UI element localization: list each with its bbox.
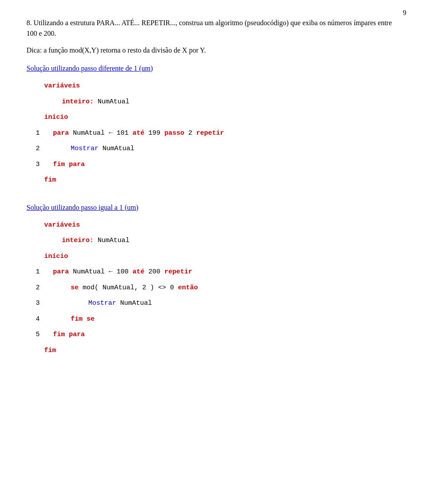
line-num-2-1: 1 [26,266,40,278]
100: 100 [117,268,132,276]
line-num-2-4: 4 [26,314,40,325]
code-section-1: variáveis inteiro: NumAtual início 1 [26,80,398,186]
arrow-2: ← [109,268,117,276]
line-num-2-3: 3 [26,298,40,309]
line-num-1-2: 2 [26,143,40,155]
page-number: 9 [403,9,406,17]
inteiro-var-1: NumAtual [98,98,129,106]
variaveis-keyword-2: variáveis [44,221,80,229]
line-num-2-5: 5 [26,329,40,341]
numbered-lines-2: 1 para NumAtual ← 100 até 200 repetir 2 … [26,266,398,341]
inicio-keyword-2: início [44,253,68,260]
solution-1-label: Solução utilizando passo diferente de 1 … [26,64,398,72]
code-section-2: variáveis inteiro: NumAtual início 1 [26,220,398,356]
code-line-2-1: 1 para NumAtual ← 100 até 200 repetir [26,266,398,278]
inicio-keyword-1: início [44,114,68,121]
fim-para-2: fim para [53,331,85,338]
200: 200 [148,268,164,276]
line-num-1-3: 3 [26,159,40,171]
fim-line-1: fim [26,174,398,186]
199: 199 [148,129,164,137]
numbered-lines-1: 1 para NumAtual ← 101 até 199 passo 2 re… [26,128,398,171]
numatual-1: NumAtual [73,129,109,137]
arrow-1: ← [109,129,117,137]
inteiro-line-2: inteiro: NumAtual [26,235,398,246]
solution-2-label: Solução utilizando passo igual a 1 (um) [26,204,398,212]
fim-line-2: fim [26,345,398,356]
ate-1: até [132,129,144,137]
solution-1-block: Solução utilizando passo diferente de 1 … [26,64,398,186]
inteiro-keyword-1: inteiro: [62,98,94,106]
question-heading: 8. Utilizando a estrutura PARA... ATÉ...… [26,18,398,39]
numatual-2: NumAtual [73,268,109,276]
passo-1: passo [164,129,184,137]
se-2: se [71,284,79,292]
inteiro-line-1: inteiro: NumAtual [26,96,398,108]
solution-2-block: Solução utilizando passo igual a 1 (um) … [26,204,398,356]
fim-se-2: fim se [71,315,95,323]
code-line-1-2: 2 Mostrar NumAtual [26,143,398,155]
2-1: 2 [188,129,196,137]
code-line-2-3: 3 Mostrar NumAtual [26,298,398,309]
code-line-2-4: 4 fim se [26,314,398,325]
fim-keyword-2: fim [44,347,56,354]
repetir-1: repetir [196,129,224,137]
code-line-1-3: 3 fim para [26,159,398,171]
code-line-2-2: 2 se mod( NumAtual, 2 ) <> 0 então [26,282,398,294]
variaveis-keyword-1: variáveis [44,82,80,90]
mostrar-2: Mostrar [88,299,116,307]
ate-2: até [132,268,144,276]
para-1: para [53,129,69,137]
code-line-2-5: 5 fim para [26,329,398,341]
101: 101 [117,129,132,137]
mostrar-1: Mostrar [71,145,98,152]
fim-para-1: fim para [53,161,85,168]
line-num-2-2: 2 [26,282,40,294]
code-line-1-1: 1 para NumAtual ← 101 até 199 passo 2 re… [26,128,398,139]
numatual-show-1: NumAtual [102,145,134,152]
hint-text: Dica: a função mod(X,Y) retorna o resto … [26,45,398,56]
line-num-1-1: 1 [26,128,40,139]
numatual-show-2: NumAtual [120,299,152,307]
fim-keyword-1: fim [44,176,56,184]
para-2: para [53,268,69,276]
mod-cond: mod( NumAtual, 2 ) <> 0 [83,284,178,292]
inteiro-keyword-2: inteiro: [62,237,94,244]
variaveis-line-2: variáveis [26,220,398,231]
inicio-line-1: início [26,112,398,123]
repetir-2: repetir [164,268,192,276]
inteiro-var-2-val: NumAtual [98,237,129,244]
entao-2: então [178,284,198,292]
inicio-line-2: início [26,251,398,262]
variaveis-line-1: variáveis [26,80,398,92]
